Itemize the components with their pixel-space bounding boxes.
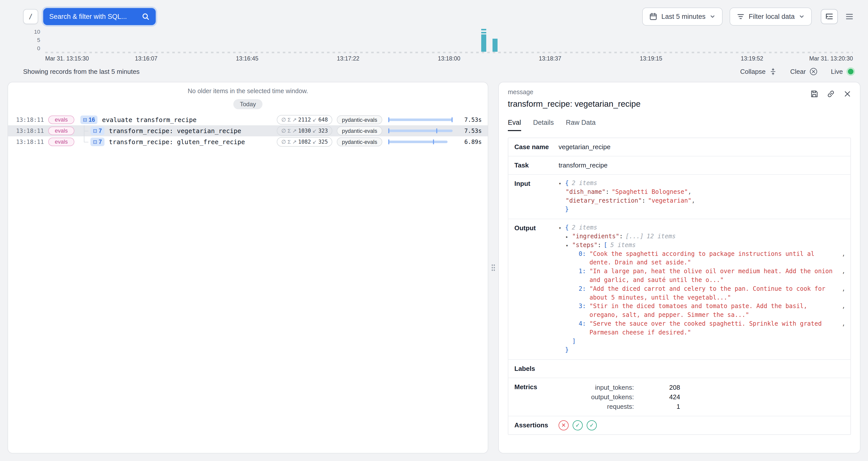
main-panels: No older items in the selected time wind… (7, 82, 861, 454)
slash-shortcut-key[interactable]: / (23, 9, 38, 24)
input-row: Input ▾{2 items "dish_name":"Spaghetti B… (508, 175, 850, 219)
chart-y-axis: 10 5 0 (23, 29, 41, 52)
step-text: "Serve the sauce over the cooked spaghet… (589, 319, 838, 337)
scope-badge[interactable]: pydantic-evals (337, 126, 382, 135)
span-name[interactable]: transform_recipe: gluten_free_recipe (109, 139, 277, 146)
save-view-button[interactable] (810, 89, 819, 98)
duration-bar[interactable] (388, 117, 453, 123)
duration-bar[interactable] (388, 139, 453, 145)
sigma-icon: Σ (287, 128, 291, 134)
span-name[interactable]: transform_recipe: vegetarian_recipe (109, 127, 277, 134)
assertion-pass-icon[interactable]: ✓ (572, 420, 583, 430)
json-array-item: 1:"In a large pan, heat the olive oil ov… (559, 267, 845, 284)
json-array-item: 3:"Stir in the diced tomatoes and tomato… (559, 302, 845, 319)
tab-details[interactable]: Details (533, 119, 554, 131)
live-label: Live (831, 68, 843, 75)
collapse-caret-icon[interactable]: ▾ (559, 180, 565, 187)
items-count-hint: 12 items (647, 233, 676, 240)
metric-line: output_tokens:424 (559, 392, 680, 402)
output-tokens-arrow-icon: ↙ (312, 117, 317, 123)
task-row: Task transform_recipe (508, 156, 850, 175)
input-tokens-arrow-icon: ↗ (292, 128, 297, 134)
duration-text: 7.53s (459, 128, 482, 134)
live-button[interactable]: Live (831, 67, 855, 76)
collapse-node-icon: ⊟ (83, 117, 87, 123)
filter-local-data-button[interactable]: Filter local data (730, 7, 812, 26)
span-count: 7 (99, 139, 102, 145)
expand-caret-icon[interactable]: ▸ (566, 234, 572, 240)
save-icon (810, 89, 819, 98)
trace-timestamp: 13:18:11 (16, 128, 48, 134)
span-count-badge[interactable]: ⊟ 16 (81, 116, 97, 124)
input-tokens-count: 1082 (298, 139, 311, 145)
step-text: "In a large pan, heat the olive oil over… (589, 267, 838, 284)
duration-bar[interactable] (388, 128, 453, 134)
list-view-toggle[interactable] (841, 9, 858, 24)
collapse-button[interactable]: Collapse (740, 67, 777, 75)
duration-text: 7.53s (459, 117, 482, 123)
output-json-viewer[interactable]: ▾{2 items ▸"ingredients":[...]12 items ▾… (559, 219, 850, 359)
metrics-label: Metrics (508, 378, 559, 416)
link-icon (826, 89, 835, 98)
trace-tag-evals[interactable]: evals (48, 127, 74, 135)
tab-raw-data[interactable]: Raw Data (566, 119, 596, 131)
null-metric-icon: ∅ (281, 139, 286, 145)
trace-tag-evals[interactable]: evals (48, 116, 74, 124)
span-count-badge[interactable]: ⊡ 7 (90, 127, 104, 135)
scope-badge[interactable]: pydantic-evals (337, 137, 382, 146)
scope-badge[interactable]: pydantic-evals (337, 115, 382, 124)
items-count-hint: 2 items (571, 180, 597, 187)
step-text: "Add the diced carrot and celery to the … (589, 284, 838, 302)
topbar: / Search & filter with SQL... Last 5 min… (0, 0, 868, 27)
panel-splitter[interactable] (488, 82, 498, 454)
token-metrics-badge[interactable]: ∅ Σ ↗ 1030 ↙ 323 (277, 126, 332, 135)
json-string-value: "vegetarian" (648, 197, 691, 204)
json-key: "steps" (572, 242, 597, 249)
trace-row[interactable]: 13:18:11 evals ⊟ 16 evaluate transform_r… (8, 114, 488, 125)
detail-tabs: Eval Details Raw Data (508, 119, 851, 131)
y-tick-label: 5 (37, 37, 40, 43)
time-range-button[interactable]: Last 5 minutes (642, 7, 722, 26)
tab-eval[interactable]: Eval (508, 119, 521, 131)
filter-label: Filter local data (749, 13, 795, 21)
trace-row-selected[interactable]: 13:18:11 evals ⊡ 7 transform_recipe: veg… (8, 125, 488, 136)
collapse-caret-icon[interactable]: ▾ (566, 242, 572, 249)
collapse-caret-icon[interactable]: ▾ (559, 225, 565, 231)
span-count: 16 (89, 117, 95, 123)
chart-plot[interactable] (45, 30, 853, 53)
null-metric-icon: ∅ (281, 128, 286, 134)
x-tick-label: Mar 31. 13:15:30 (45, 55, 89, 62)
x-tick-label: Mar 31. 13:20:30 (809, 55, 853, 62)
collapse-icon (769, 67, 777, 75)
close-panel-button[interactable] (843, 89, 852, 98)
json-key: "dietary_restriction" (566, 197, 642, 204)
trace-row[interactable]: 13:18:11 evals ⊡ 7 transform_recipe: glu… (8, 136, 488, 147)
assertion-fail-icon[interactable]: ✕ (559, 420, 569, 430)
span-count-badge[interactable]: ⊡ 7 (90, 137, 104, 146)
collapsed-array-hint[interactable]: [...] (625, 233, 644, 240)
task-value: transform_recipe (559, 156, 850, 174)
tree-view-toggle[interactable] (821, 9, 838, 24)
copy-link-button[interactable] (826, 89, 835, 98)
x-tick-label: 13:16:45 (236, 55, 258, 62)
sigma-icon: Σ (287, 139, 291, 145)
x-tick-label: 13:18:00 (438, 55, 460, 62)
sql-search-button[interactable]: Search & filter with SQL... (43, 8, 156, 25)
view-toggle-group (821, 9, 858, 24)
input-json-viewer[interactable]: ▾{2 items "dish_name":"Spaghetti Bologne… (559, 175, 850, 219)
list-view-icon (845, 13, 854, 20)
assertion-pass-icon[interactable]: ✓ (587, 420, 597, 430)
trace-tag-evals[interactable]: evals (48, 137, 74, 146)
token-metrics-badge[interactable]: ∅ Σ ↗ 2112 ↙ 648 (277, 115, 332, 125)
span-name[interactable]: evaluate transform_recipe (102, 116, 277, 124)
labels-row: Labels (508, 360, 850, 378)
token-metrics-badge[interactable]: ∅ Σ ↗ 1082 ↙ 325 (277, 137, 332, 147)
clear-button[interactable]: Clear (790, 67, 818, 76)
step-text: "Cook the spaghetti according to package… (589, 250, 838, 267)
day-separator[interactable]: Today (233, 99, 262, 109)
span-count: 7 (99, 128, 102, 134)
x-tick-label: 13:19:15 (640, 55, 662, 62)
clear-label: Clear (790, 68, 806, 75)
chevron-down-icon (710, 13, 716, 20)
x-tick-label: 13:16:07 (135, 55, 157, 62)
